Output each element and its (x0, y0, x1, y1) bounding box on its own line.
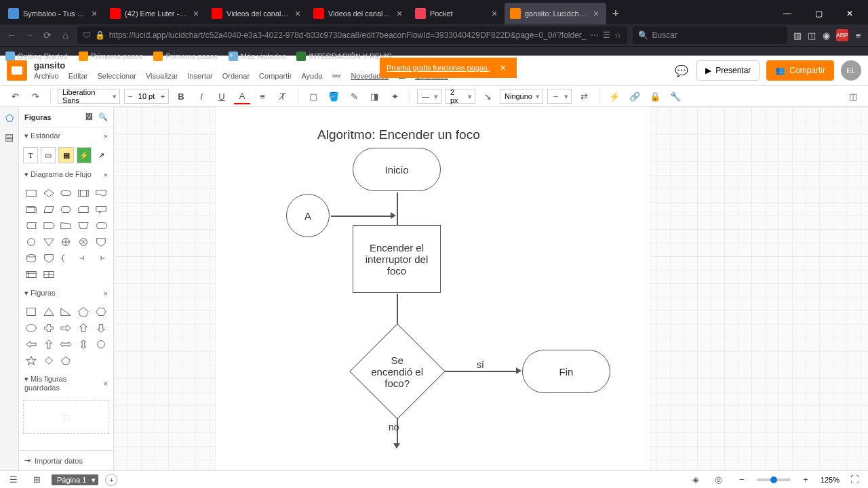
import-data-button[interactable]: ⇥Importar datos (19, 450, 113, 470)
maximize-button[interactable]: ▢ (803, 3, 834, 24)
line-shape[interactable]: ↗ (94, 147, 109, 163)
diamond-shape[interactable] (41, 353, 57, 368)
user-avatar[interactable]: EL (841, 60, 861, 81)
forward-button[interactable]: → (23, 26, 35, 45)
or-shape[interactable] (58, 235, 75, 249)
line-tool-button[interactable]: ↘ (479, 88, 496, 104)
text-shape[interactable]: T (23, 147, 38, 163)
close-icon[interactable]: × (395, 9, 404, 18)
data-shape[interactable] (41, 202, 57, 217)
decision-shape[interactable] (41, 186, 57, 201)
delay-shape[interactable] (41, 218, 57, 233)
paint-button[interactable]: 🪣 (326, 88, 342, 104)
layers-icon[interactable]: ◈ (688, 472, 704, 488)
library-icon[interactable]: ▥ (793, 28, 802, 42)
rtriangle-shape[interactable] (58, 304, 75, 319)
wrench-button[interactable]: 🔧 (667, 88, 684, 104)
new-tab-button[interactable]: + (606, 4, 625, 23)
internal-shape[interactable] (23, 267, 39, 282)
sum-shape[interactable] (75, 235, 92, 249)
predefined-shape[interactable] (75, 186, 92, 201)
star-icon[interactable]: ☆ (614, 30, 622, 40)
minimize-button[interactable]: — (772, 3, 803, 24)
fill-button[interactable]: ▢ (305, 88, 321, 104)
comment-icon[interactable]: 💬 (673, 62, 690, 79)
hexagon2-shape[interactable] (93, 304, 109, 319)
node-inicio[interactable]: Inicio (353, 148, 441, 191)
section-estandar[interactable]: ▾ Estándar× (19, 127, 113, 144)
clear-format-button[interactable]: T̸ (275, 88, 291, 104)
arrow-lr-shape[interactable] (58, 337, 75, 352)
diagram-title[interactable]: Algoritmo: Encender un foco (317, 127, 480, 142)
app-logo[interactable] (7, 60, 27, 81)
menu-icon[interactable]: ≡ (854, 28, 863, 42)
display-shape[interactable] (93, 218, 109, 233)
star-shape[interactable] (23, 353, 39, 368)
cross-shape[interactable] (41, 321, 57, 336)
note-right-shape[interactable] (75, 251, 92, 266)
close-icon[interactable]: × (104, 380, 108, 388)
arrow-ud-shape[interactable] (75, 337, 92, 352)
table-shape[interactable] (41, 267, 57, 282)
image-icon[interactable]: 🖼 (85, 113, 93, 121)
stored-shape[interactable] (23, 218, 39, 233)
edge-label-si[interactable]: sí (477, 359, 484, 370)
line-style-select[interactable]: — (417, 89, 441, 104)
close-icon[interactable]: × (104, 171, 108, 179)
target-icon[interactable]: ◎ (711, 472, 727, 488)
font-size-stepper[interactable]: −10 pt+ (124, 89, 169, 104)
binoculars-icon[interactable]: 👓 (332, 72, 341, 81)
tab-symbaloo[interactable]: Symbaloo - Tus favoritos acce× (3, 3, 104, 24)
add-page-button[interactable]: + (105, 474, 117, 486)
tab-pocket[interactable]: Pocket× (410, 3, 505, 24)
card-shape[interactable] (75, 202, 92, 217)
merge-shape[interactable] (41, 235, 57, 249)
home-button[interactable]: ⌂ (59, 26, 71, 45)
reader-icon[interactable]: ☰ (603, 30, 610, 40)
reload-button[interactable]: ⟳ (41, 26, 54, 45)
border-color-button[interactable]: ✎ (346, 88, 362, 104)
menu-editar[interactable]: Editar (68, 72, 88, 81)
shape-style-button[interactable]: ◨ (366, 88, 382, 104)
node-encender[interactable]: Encender el interruptor del foco (353, 225, 441, 293)
link-button[interactable]: 🔗 (627, 88, 643, 104)
zoom-level[interactable]: 125% (821, 476, 840, 484)
share-button[interactable]: 👥Compartir (766, 60, 834, 81)
connector-shape[interactable] (23, 235, 39, 249)
section-guardadas[interactable]: ▾ Mis figuras guardadas× (19, 371, 113, 396)
saved-shapes-dropzone[interactable]: ⬚ (23, 400, 109, 434)
align-button[interactable]: ≡ (254, 88, 271, 104)
pentagon-shape[interactable] (75, 304, 92, 319)
zoom-out-button[interactable]: − (734, 472, 750, 488)
close-banner-button[interactable]: × (496, 61, 510, 75)
manual-shape[interactable] (58, 218, 75, 233)
menu-ordenar[interactable]: Ordenar (222, 72, 250, 81)
edge-label-no[interactable]: no (389, 422, 399, 432)
arrow-start-select[interactable]: Ninguno (500, 89, 543, 104)
rect-shape[interactable]: ▭ (41, 147, 56, 163)
magic-button[interactable]: ✦ (387, 88, 403, 104)
node-a[interactable]: A (286, 194, 330, 237)
close-icon[interactable]: × (490, 9, 499, 18)
zoom-in-button[interactable]: + (797, 472, 814, 488)
arrow-left-shape[interactable] (23, 337, 39, 352)
tab-youtube-2[interactable]: Videos del canal - YouTube Stu× (206, 3, 308, 24)
close-icon[interactable]: × (293, 9, 302, 18)
close-icon[interactable]: × (591, 9, 601, 18)
bold-button[interactable]: B (173, 88, 189, 104)
tape-shape[interactable] (41, 251, 57, 266)
arrow-down-shape[interactable] (93, 321, 109, 336)
menu-ayuda[interactable]: Ayuda (301, 72, 322, 81)
note-shape[interactable]: ▦ (58, 147, 73, 163)
node-fin[interactable]: Fin (522, 350, 610, 393)
menu-insertar[interactable]: Insertar (187, 72, 212, 81)
fullscreen-button[interactable]: ⛶ (846, 472, 863, 488)
search-box[interactable]: 🔍 Buscar (633, 26, 788, 44)
font-select[interactable]: Liberation Sans (58, 89, 120, 104)
undo-button[interactable]: ↶ (7, 88, 23, 104)
section-flujo[interactable]: ▾ Diagrama de Flujo× (19, 166, 113, 183)
redo-button[interactable]: ↷ (27, 88, 43, 104)
pentagon2-shape[interactable] (58, 353, 75, 368)
arrow-end-select[interactable]: → (547, 89, 572, 104)
close-icon[interactable]: × (104, 132, 108, 140)
